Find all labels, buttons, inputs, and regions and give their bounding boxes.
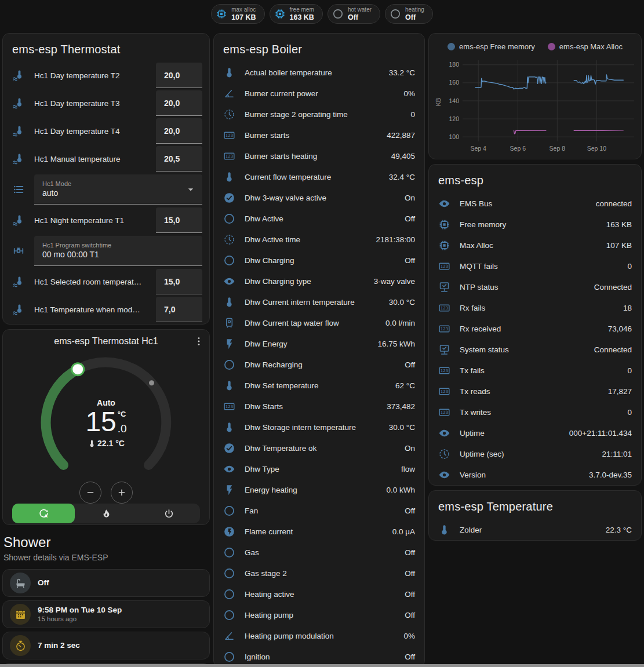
target-temperature: 15 °C .0 bbox=[3, 407, 209, 436]
badge-hot-water[interactable]: hot waterOff bbox=[328, 4, 380, 24]
entity-row-gas[interactable]: GasOff bbox=[214, 542, 424, 563]
entity-row-tx-reads[interactable]: 123Tx reads17,827 bbox=[429, 381, 641, 402]
entity-name: Rx fails bbox=[460, 304, 614, 312]
memory-history-chart: 100120140160180Sep 4Sep 6Sep 8Sep 10KB bbox=[434, 54, 638, 158]
mode-button-thermostat-auto[interactable]: A bbox=[12, 504, 75, 523]
entity-row-uptime[interactable]: Uptime000+21:11:01.434 bbox=[429, 422, 641, 443]
shower-card-7-min-2-sec[interactable]: 7 min 2 sec bbox=[2, 632, 210, 659]
entity-row-burner-starts-heating[interactable]: 123Burner starts heating49,405 bbox=[214, 145, 424, 166]
entity-name: Max Alloc bbox=[460, 241, 597, 250]
mode-button-fire[interactable] bbox=[75, 504, 137, 523]
entity-row-dhw-current-intern-temperature[interactable]: Dhw Current intern temperature30.0 °C bbox=[214, 291, 424, 312]
entity-state: 33.2 °C bbox=[389, 68, 415, 77]
entity-row-tx-fails[interactable]: 123Tx fails0 bbox=[429, 360, 641, 381]
svg-text:A: A bbox=[44, 513, 48, 518]
entity-row-hc1-manual-temperature: Hc1 Manual temperature20,5 bbox=[3, 145, 209, 172]
entity-row-hc1-program-switchtime: Hc1 Program switchtime00 mo 00:00 T1 bbox=[3, 235, 209, 267]
badge-label: free mem bbox=[290, 6, 314, 13]
mode-select[interactable]: Hc1 Modeauto bbox=[34, 174, 202, 205]
current-temp-marker bbox=[149, 380, 154, 385]
text-input[interactable]: Hc1 Program switchtime00 mo 00:00 T1 bbox=[34, 236, 202, 266]
circle-outline-icon bbox=[223, 651, 235, 663]
entity-row-system-status[interactable]: System statusConnected bbox=[429, 339, 641, 360]
badge-heating[interactable]: heatingOff bbox=[385, 4, 433, 24]
badge-label: hot water bbox=[348, 6, 372, 13]
entity-row-actual-boiler-temperature[interactable]: Actual boiler temperature33.2 °C bbox=[214, 62, 424, 83]
entity-state: 3.7.0-dev.35 bbox=[589, 471, 632, 479]
entity-state: 0 bbox=[627, 366, 632, 375]
entity-row-dhw-charging-type[interactable]: Dhw Charging type3-way valve bbox=[214, 271, 424, 291]
entity-row-version[interactable]: Version3.7.0-dev.35 bbox=[429, 464, 641, 485]
entity-row-energy-heating[interactable]: Energy heating0.0 kWh bbox=[214, 479, 424, 500]
entity-row-ntp-status[interactable]: NTP statusConnected bbox=[429, 276, 641, 297]
entity-row-burner-starts[interactable]: 123Burner starts422,887 bbox=[214, 125, 424, 145]
entity-name: Burner starts bbox=[245, 131, 377, 140]
shower-card-off[interactable]: Off bbox=[2, 569, 210, 597]
entity-row-burner-current-power[interactable]: Burner current power0% bbox=[214, 83, 424, 104]
number-input[interactable]: 20,0 bbox=[156, 63, 202, 88]
calendar-icon bbox=[14, 608, 27, 621]
entity-row-rx-received[interactable]: 123Rx received73,046 bbox=[429, 318, 641, 339]
entity-row-dhw-active-time[interactable]: Dhw Active time2181:38:00 bbox=[214, 229, 424, 250]
entity-row-hc1-mode: Hc1 Modeauto bbox=[3, 173, 209, 206]
horizontal-scrollbar[interactable] bbox=[0, 664, 644, 667]
number-input[interactable]: 15,0 bbox=[156, 207, 202, 233]
field-label: Hc1 Program switchtime bbox=[42, 242, 197, 250]
number-input[interactable]: 20,0 bbox=[156, 90, 202, 116]
number-input[interactable]: 15,0 bbox=[156, 269, 202, 294]
entity-row-dhw-current-tap-water-flow[interactable]: Dhw Current tap water flow0.0 l/min bbox=[214, 312, 424, 333]
entity-row-dhw-charging[interactable]: Dhw ChargingOff bbox=[214, 250, 424, 271]
entity-row-dhw-starts[interactable]: 123Dhw Starts373,482 bbox=[214, 396, 424, 417]
circle-outline-icon bbox=[223, 546, 235, 559]
entity-row-uptime-sec[interactable]: Uptime (sec)21:11:01 bbox=[429, 443, 641, 464]
entity-row-tx-writes[interactable]: 123Tx writes0 bbox=[429, 402, 641, 422]
entity-row-burner-stage-2-operating-time[interactable]: Burner stage 2 operating time0 bbox=[214, 104, 424, 125]
svg-text:100: 100 bbox=[449, 133, 459, 140]
number-input[interactable]: 20,0 bbox=[156, 118, 202, 144]
increase-temperature-button[interactable] bbox=[111, 482, 133, 504]
dial-knob[interactable] bbox=[72, 363, 84, 376]
decrease-temperature-button[interactable] bbox=[79, 482, 101, 504]
entity-state: Off bbox=[405, 548, 415, 557]
number-input[interactable]: 7,0 bbox=[156, 297, 202, 322]
entity-row-gas-stage-2[interactable]: Gas stage 2Off bbox=[214, 563, 424, 584]
number-input[interactable]: 20,5 bbox=[156, 146, 202, 172]
entity-row-flame-current[interactable]: Flame current0.0 µA bbox=[214, 521, 424, 542]
svg-text:Sep 4: Sep 4 bbox=[470, 145, 486, 152]
badge-free-mem[interactable]: free mem163 KB bbox=[270, 4, 323, 24]
entity-row-heating-active[interactable]: Heating activeOff bbox=[214, 584, 424, 604]
progress-clock-icon bbox=[223, 108, 235, 121]
entity-row-dhw-energy[interactable]: Dhw Energy16.75 kWh bbox=[214, 333, 424, 354]
badge-max-alloc[interactable]: max alloc107 KB bbox=[211, 4, 264, 24]
circle-outline-icon bbox=[223, 588, 235, 600]
dial-card-header: ems-esp Thermostat Hc1 bbox=[3, 330, 209, 353]
entity-row-mqtt-fails[interactable]: 123MQTT fails0 bbox=[429, 256, 641, 276]
entity-row-fan[interactable]: FanOff bbox=[214, 500, 424, 521]
more-options-icon[interactable] bbox=[193, 336, 205, 347]
entity-row-heating-pump[interactable]: Heating pumpOff bbox=[214, 604, 424, 625]
entity-state: 0.0 µA bbox=[392, 527, 415, 536]
entity-row-ems-bus[interactable]: EMS Busconnected bbox=[429, 193, 641, 214]
entity-row-dhw-3-way-valve-active[interactable]: Dhw 3-way valve activeOn bbox=[214, 187, 424, 208]
shower-card-9-58-pm-on-tue-10-sep[interactable]: 9:58 PM on Tue 10 Sep15 hours ago bbox=[2, 600, 210, 628]
entity-row-dhw-set-temperature[interactable]: Dhw Set temperature62 °C bbox=[214, 375, 424, 396]
entity-row-dhw-active[interactable]: Dhw ActiveOff bbox=[214, 208, 424, 229]
entity-row-max-alloc[interactable]: Max Alloc107 KB bbox=[429, 235, 641, 256]
entity-name: Flame current bbox=[245, 527, 383, 536]
entity-name: Gas bbox=[245, 548, 395, 557]
entity-name: Dhw Set temperature bbox=[245, 381, 386, 390]
entity-row-current-flow-temperature[interactable]: Current flow temperature32.4 °C bbox=[214, 166, 424, 187]
progress-clock-icon bbox=[438, 448, 450, 460]
entity-row-zolder[interactable]: Zolder22.3 °C bbox=[429, 519, 641, 540]
entity-row-dhw-type[interactable]: Dhw Typeflow bbox=[214, 458, 424, 479]
entity-row-dhw-storage-intern-temperature[interactable]: Dhw Storage intern temperature30.0 °C bbox=[214, 417, 424, 438]
entity-name: Dhw Charging type bbox=[245, 277, 365, 286]
card-title: ems-esp Thermostat Hc1 bbox=[54, 336, 158, 347]
svg-text:123: 123 bbox=[441, 306, 448, 311]
entity-row-rx-fails[interactable]: 123Rx fails18 bbox=[429, 297, 641, 318]
entity-row-free-memory[interactable]: Free memory163 KB bbox=[429, 214, 641, 235]
entity-row-dhw-recharging[interactable]: Dhw RechargingOff bbox=[214, 354, 424, 375]
mode-button-power[interactable] bbox=[137, 504, 200, 523]
entity-row-heating-pump-modulation[interactable]: Heating pump modulation0% bbox=[214, 625, 424, 646]
entity-row-dhw-temperature-ok[interactable]: Dhw Temperature okOn bbox=[214, 438, 424, 458]
